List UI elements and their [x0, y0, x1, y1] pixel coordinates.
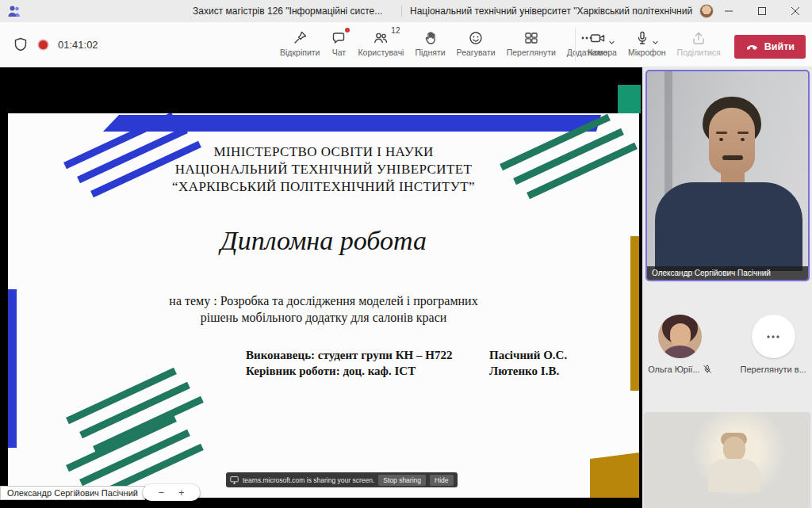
meeting-title: Захист магістрів 126 "Інформаційні систе…: [193, 6, 382, 17]
presenter-eye: [719, 138, 723, 141]
microphone-label: Мікрофон: [628, 48, 666, 57]
slide-header-line1: МІНІСТЕРСТВО ОСВІТИ І НАУКИ: [8, 143, 639, 161]
presenter-brow: [716, 132, 727, 134]
microphone-chevron-icon[interactable]: [652, 39, 659, 46]
unpin-label: Відкріпити: [280, 48, 320, 57]
slide-topic-line1: на тему : Розробка та дослідження моделе…: [8, 292, 639, 309]
presenter-eye: [741, 138, 745, 141]
slide-executor-name: Пасічний О.С.: [489, 347, 567, 363]
hangup-icon: [745, 40, 759, 53]
view-label: Переглянути: [507, 48, 556, 57]
slide-credits-names: Пасічний О.С. Лютенко І.В.: [489, 347, 567, 379]
sharing-message: teams.microsoft.com is sharing your scre…: [243, 476, 374, 484]
leave-label: Вийти: [764, 41, 795, 52]
toolbar-center: Відкріпити Чат 12: [274, 27, 613, 57]
slide-title: Дипломна робота: [8, 226, 639, 256]
react-icon: [468, 27, 484, 46]
camera-button[interactable]: Камера: [582, 27, 622, 57]
presenter-face: [709, 108, 755, 174]
slide-topic-line2: рішень мобільного додатку для салонів кр…: [8, 309, 639, 326]
chat-label: Чат: [332, 48, 346, 57]
toolbar-divider: [575, 28, 576, 61]
avatar-body: [664, 346, 696, 358]
teams-logo-icon: [7, 4, 21, 18]
share-label: Поділитися: [677, 48, 721, 57]
people-icon: 12: [373, 27, 389, 46]
chat-icon: [331, 27, 347, 46]
camera-label: Камера: [588, 48, 617, 57]
camera-chevron-icon[interactable]: [608, 39, 615, 46]
participant-body: [708, 459, 760, 492]
participants-row: Ольга Юрії... Переглянути в...: [642, 315, 812, 374]
overflow-item: Переглянути в...: [741, 315, 806, 374]
presenter-name-label: Олександр Сергійович Пасічний: [0, 486, 145, 500]
participant-item: Ольга Юрії...: [648, 315, 711, 374]
participants-label: Користувачі: [358, 48, 404, 57]
sharing-monitor-icon: [230, 476, 239, 484]
chat-button[interactable]: Чат: [325, 27, 352, 57]
leave-button[interactable]: Вийти: [734, 35, 806, 59]
unpin-icon: [292, 27, 308, 46]
view-grid-icon: [523, 27, 539, 46]
raise-hand-button[interactable]: Підняти: [409, 27, 450, 57]
participants-button[interactable]: 12 Користувачі: [352, 27, 409, 57]
hide-toast-button[interactable]: Hide: [430, 475, 453, 486]
slide-corner-decoration: [618, 85, 641, 113]
share-button[interactable]: Поділитися: [672, 27, 726, 57]
window-controls: [712, 0, 812, 22]
shared-screen-stage: МІНІСТЕРСТВО ОСВІТИ І НАУКИ НАЦІОНАЛЬНИЙ…: [0, 67, 642, 508]
unpin-button[interactable]: Відкріпити: [274, 27, 325, 57]
participants-sidebar: Олександр Сергійович Пасічний Ольга Юрії…: [642, 67, 812, 508]
slide-header-line2: НАЦІОНАЛЬНИЙ ТЕХНІЧНИЙ УНІВЕРСИТЕТ: [8, 161, 639, 178]
video-name-overlay: Олександр Сергійович Пасічний: [647, 266, 808, 280]
view-more-label: Переглянути в...: [741, 365, 806, 374]
recording-indicator-icon: [39, 40, 48, 49]
teams-meeting-window: Захист магістрів 126 "Інформаційні систе…: [0, 0, 812, 508]
meeting-timer: 01:41:02: [58, 39, 98, 51]
toolbar-right: Камера Мікрофон: [569, 27, 806, 61]
view-button[interactable]: Переглянути: [501, 27, 561, 57]
zoom-in-button[interactable]: +: [178, 487, 185, 498]
react-button[interactable]: Реагувати: [451, 27, 501, 57]
main-video-tile[interactable]: Олександр Сергійович Пасічний: [645, 70, 810, 281]
raise-hand-label: Підняти: [415, 48, 445, 57]
chat-notification-dot: [345, 28, 350, 32]
privacy-shield-icon: [13, 36, 29, 52]
mic-muted-icon: [703, 365, 712, 374]
microphone-icon: [634, 30, 650, 46]
slide-header: МІНІСТЕРСТВО ОСВІТИ І НАУКИ НАЦІОНАЛЬНИЙ…: [8, 143, 639, 196]
participants-count: 12: [391, 26, 400, 35]
participant-name: Ольга Юрії...: [648, 365, 699, 374]
org-title: Національний технічний університет "Харк…: [410, 6, 694, 17]
slide-executor-label: Виконавець: студент групи КН – Н722: [246, 347, 452, 363]
camera-icon: [589, 30, 607, 46]
participant-head: [723, 437, 745, 461]
slide-supervisor-name: Лютенко І.В.: [489, 363, 567, 379]
close-button[interactable]: [779, 0, 812, 22]
slide-credits-labels: Виконавець: студент групи КН – Н722 Кері…: [246, 347, 452, 379]
react-label: Реагувати: [457, 48, 496, 57]
microphone-button[interactable]: Мікрофон: [622, 27, 672, 57]
maximize-button[interactable]: [745, 0, 779, 22]
presentation-slide: МІНІСТЕРСТВО ОСВІТИ І НАУКИ НАЦІОНАЛЬНИЙ…: [8, 113, 639, 498]
slide-supervisor-label: Керівник роботи: доц. каф. ІСТ: [246, 363, 452, 379]
view-more-participants-button[interactable]: [752, 315, 795, 358]
slide-gold-corner: [590, 453, 639, 498]
zoom-controls: − +: [143, 484, 200, 501]
titlebar: Захист магістрів 126 "Інформаційні систе…: [0, 0, 812, 22]
share-icon: [691, 30, 707, 46]
slide-header-line3: “ХАРКІВСЬКИЙ ПОЛІТЕХНІЧНИЙ ІНСТИТУТ”: [8, 178, 639, 196]
stop-sharing-button[interactable]: Stop sharing: [378, 475, 426, 486]
presenter-shirt: [655, 182, 802, 271]
presenter-brow: [737, 132, 749, 134]
meeting-toolbar: 01:41:02 Відкріпити Чат: [0, 22, 812, 67]
secondary-video-tile[interactable]: [644, 412, 810, 508]
zoom-out-button[interactable]: −: [158, 487, 164, 498]
presenter-mustache: [722, 155, 743, 160]
minimize-button[interactable]: [712, 0, 745, 22]
recording-cluster: 01:41:02: [13, 22, 98, 67]
slide-topic: на тему : Розробка та дослідження моделе…: [8, 292, 639, 326]
participant-avatar[interactable]: [658, 315, 702, 358]
titlebar-separator: [401, 6, 402, 17]
participant-label-row: Ольга Юрії...: [648, 365, 711, 374]
